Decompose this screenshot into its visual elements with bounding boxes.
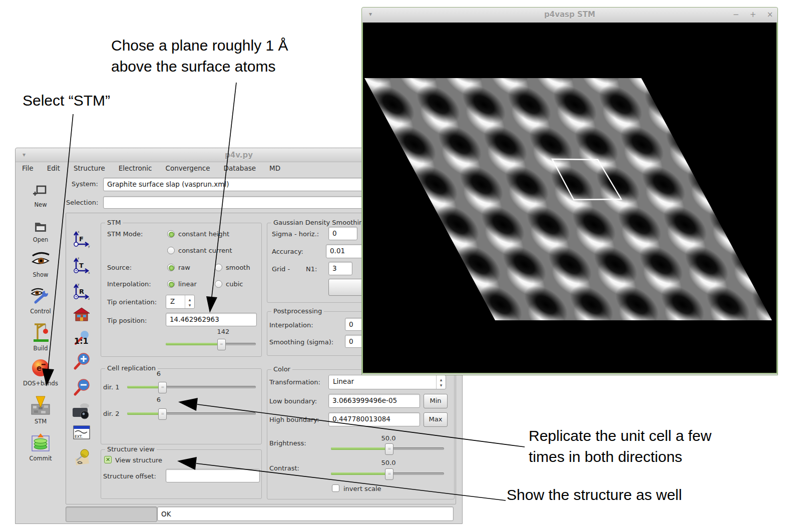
svg-text:x: x (78, 230, 80, 233)
tip-position-input[interactable]: 14.462962963 (166, 313, 257, 326)
svg-text:EXT.: EXT. (75, 434, 83, 439)
ext-window-icon[interactable]: EXT. (73, 425, 91, 441)
toolbar-item-show[interactable]: Show (16, 252, 66, 278)
axis-r-icon[interactable]: R yz (72, 282, 91, 302)
minimize-icon[interactable]: − (730, 10, 741, 19)
svg-text:e: e (37, 364, 42, 373)
toolbar-item-build[interactable]: Build (16, 321, 66, 352)
camera-icon[interactable] (72, 402, 92, 420)
menu-electronic[interactable]: Electronic (113, 164, 158, 172)
smoothing-sigma-label: Smoothing (sigma): (269, 338, 333, 346)
invert-scale-label[interactable]: invert scale (343, 485, 381, 492)
stm-image-window: ▾ p4vasp STM − + × (361, 7, 778, 375)
view-structure-checkbox[interactable]: ✕ (104, 456, 112, 463)
toolbar-item-control[interactable]: Control (16, 286, 66, 315)
interpolation-label: Interpolation: (107, 280, 151, 288)
dir1-slider[interactable]: = (127, 382, 256, 392)
radio-constant-height[interactable] (167, 230, 175, 238)
stm-group-title: STM (105, 219, 123, 226)
menu-md[interactable]: MD (264, 164, 286, 172)
radio-cubic-label[interactable]: cubic (226, 280, 243, 288)
stm-image-canvas[interactable] (362, 23, 777, 374)
brightness-slider[interactable]: = (331, 443, 444, 453)
combo-arrows-icon[interactable]: ▲▼ (436, 375, 446, 389)
cell-replication-group: Cell replication (101, 368, 262, 444)
dir2-value: 6 (149, 396, 169, 403)
dir1-label: dir. 1 (103, 383, 120, 391)
tip-slider-value: 142 (211, 328, 236, 335)
view-structure-label[interactable]: View structure (115, 456, 162, 464)
progress-bar (66, 506, 157, 522)
radio-raw-label[interactable]: raw (178, 264, 190, 271)
radio-smooth-label[interactable]: smooth (226, 264, 250, 271)
high-boundary-label: High boundary: (269, 416, 319, 423)
radio-smooth[interactable] (215, 264, 222, 271)
commit-icon (31, 432, 51, 452)
menu-file[interactable]: File (17, 164, 39, 172)
toolbar-item-commit[interactable]: Commit (16, 432, 66, 462)
tip-position-label: Tip position: (107, 317, 147, 324)
maximize-icon[interactable]: + (747, 10, 758, 19)
n1-input[interactable]: 3 (328, 262, 352, 275)
n1-label: N1: (306, 265, 317, 273)
close-icon[interactable]: × (764, 10, 775, 19)
toolbar-item-new[interactable]: New (16, 185, 66, 208)
contrast-value: 50.0 (371, 459, 406, 466)
radio-constant-current-label[interactable]: constant current (178, 247, 232, 254)
low-boundary-input[interactable]: 3.0663999496e-05 (328, 394, 420, 408)
spinner-arrows-icon[interactable]: ▲▼ (185, 295, 194, 308)
control-eye-wrench-icon (30, 286, 52, 305)
contrast-slider[interactable]: = (331, 468, 444, 478)
tip-orientation-label: Tip orientation: (107, 298, 157, 306)
radio-constant-height-label[interactable]: constant height (178, 230, 229, 238)
structure-view-title: Structure view (105, 445, 157, 453)
build-crane-icon (30, 321, 52, 342)
sigma-horiz-input[interactable]: 0 (328, 227, 357, 240)
annotation-select-stm: Select “STM” (23, 90, 110, 111)
menubar: File Edit Structure Electronic Convergen… (17, 162, 367, 175)
dir2-label: dir. 2 (103, 410, 120, 417)
brightness-label: Brightness: (269, 439, 306, 447)
radio-cubic[interactable] (215, 280, 222, 288)
toolbar-item-dos-bands[interactable]: e DOS+bands (16, 358, 66, 387)
zoom-out-icon[interactable] (73, 378, 91, 396)
source-label: Source: (107, 264, 132, 271)
grid-label: Grid - (272, 265, 290, 273)
annotation-show-structure: Show the structure as well (507, 484, 682, 505)
radio-raw[interactable] (167, 264, 175, 271)
radio-constant-current[interactable] (167, 247, 175, 254)
postprocessing-title: Postprocessing (271, 307, 324, 315)
radio-linear-label[interactable]: linear (178, 280, 197, 288)
tip-position-slider[interactable]: = (166, 339, 256, 349)
axis-f-icon[interactable]: F xy (72, 229, 91, 249)
home-icon[interactable] (73, 306, 91, 322)
one-to-one-zoom-icon[interactable]: 1:1 (73, 330, 91, 347)
open-folder-icon (33, 220, 49, 234)
zoom-in-icon[interactable] (73, 352, 91, 370)
high-boundary-input[interactable]: 0.447780013084 (328, 412, 420, 426)
min-button[interactable]: Min (424, 394, 448, 408)
post-interpolation-label: Interpolation: (269, 321, 313, 329)
low-boundary-label: Low boundary: (269, 397, 317, 405)
pin-icon[interactable] (73, 447, 91, 465)
new-window-icon (33, 185, 48, 199)
axis-t-icon[interactable]: T zx (72, 256, 91, 276)
show-eye-icon (31, 252, 51, 269)
radio-linear[interactable] (167, 280, 175, 288)
menu-edit[interactable]: Edit (42, 164, 66, 172)
transformation-combo[interactable]: Linear ▲▼ (328, 375, 446, 389)
menu-convergence[interactable]: Convergence (160, 164, 215, 172)
menu-database[interactable]: Database (218, 164, 261, 172)
stm-titlebar[interactable]: ▾ p4vasp STM − + × (362, 8, 777, 23)
toolbar-item-open[interactable]: Open (16, 220, 66, 243)
dir2-slider[interactable]: = (127, 408, 256, 418)
invert-scale-checkbox[interactable] (332, 484, 339, 492)
annotation-choose-plane-line2: above the surface atoms (111, 56, 276, 77)
tip-orientation-spinner[interactable]: Z ▲▼ (166, 295, 195, 309)
menu-structure[interactable]: Structure (68, 164, 111, 172)
structure-offset-input[interactable] (166, 469, 260, 482)
max-button[interactable]: Max (424, 412, 448, 427)
svg-text:y: y (78, 282, 80, 286)
toolbar-item-stm[interactable]: STM (16, 395, 66, 425)
stm-icon (30, 395, 51, 415)
